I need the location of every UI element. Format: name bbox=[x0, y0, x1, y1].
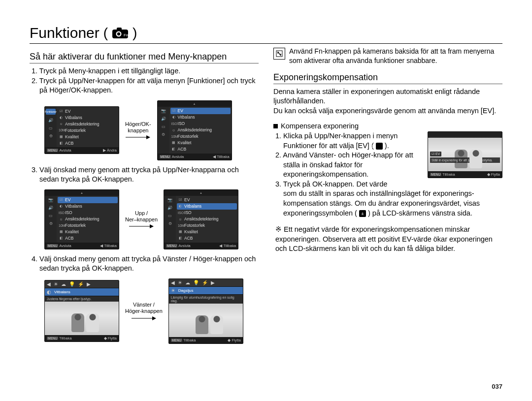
photo-screenshot-2: ◀☀☁💡⚡▶ ☀Dagsljus Lämplig för utomhusfoto… bbox=[168, 278, 243, 344]
right-note: ※ Ett negativt värde för exponeringskomp… bbox=[273, 225, 502, 254]
camera-fn-icon: Fn bbox=[112, 27, 129, 39]
right-subheading: Kompensera exponering bbox=[273, 122, 502, 131]
side-icon-display2: ▭ bbox=[160, 124, 167, 129]
menu-screenshot-1: Funktioner 🔊 ▭ ⚙ ☑EV ◐Vitbalans ☺Ansikts… bbox=[44, 106, 119, 154]
step-1: 1. Tryck på Meny-knappen i ett tillgängl… bbox=[30, 66, 259, 76]
paren-close: ) bbox=[133, 25, 137, 41]
menu-screenshot-2: 📷 🔊 ▭ ⚙ ☑EV ◐Vitbalans ISOISO ☺Ansiktsde… bbox=[157, 100, 232, 160]
ev-icon-2: ± bbox=[359, 210, 366, 217]
side-icon-sound2: 🔊 bbox=[160, 117, 167, 122]
callout-text: Använd Fn-knappen på kamerans baksida fö… bbox=[289, 47, 502, 65]
figure-row-1: Funktioner 🔊 ▭ ⚙ ☑EV ◐Vitbalans ☺Ansikts… bbox=[44, 100, 259, 160]
side-icon-sound: 🔊 bbox=[47, 118, 54, 123]
svg-marker-8 bbox=[150, 224, 154, 228]
arrow-3: Vänster / Höger-knappen bbox=[125, 302, 163, 320]
left-column: Så här aktiverar du funktioner med Meny-… bbox=[30, 47, 259, 349]
arrow-1: Höger/OK- knappen bbox=[125, 121, 151, 140]
right-step-1: 1. Klicka på Upp/Ner-knappen i menyn Fun… bbox=[273, 131, 419, 151]
step-4: 4. Välj önskad meny genom att trycka på … bbox=[30, 254, 259, 274]
svg-marker-10 bbox=[152, 316, 156, 320]
page-title: Funktioner bbox=[30, 25, 100, 41]
svg-point-3 bbox=[117, 32, 120, 35]
right-step-2: 2. Använd Vänster- och Höger-knapp för a… bbox=[273, 151, 419, 180]
menu-screenshot-4: 📷🔊▭⚙ ☑EV ◐Vitbalans ISOISO ☺Ansiktsdetek… bbox=[164, 189, 238, 249]
arrow-1-label: Höger/OK- knappen bbox=[125, 121, 151, 134]
page-number: 037 bbox=[492, 383, 502, 390]
right-para-2: Du kan också välja exponeringsvärde geno… bbox=[273, 106, 502, 116]
note-icon bbox=[273, 48, 285, 60]
side-icon-settings: ⚙ bbox=[47, 133, 54, 138]
menu-screenshot-3: 📷🔊▭⚙ ☑EV ◐Vitbalans ISOISO ☺Ansiktsdetek… bbox=[44, 189, 119, 249]
svg-text:Fn: Fn bbox=[124, 33, 128, 37]
right-para-1: Denna kamera ställer in exponeringen aut… bbox=[273, 87, 502, 106]
ev-photo-screenshot: -2-10+1+2 ☑ EV Ställ in exponering för a… bbox=[428, 131, 502, 178]
side-icon-display: ▭ bbox=[47, 125, 54, 130]
left-heading: Så här aktiverar du funktioner med Meny-… bbox=[30, 52, 259, 63]
side-icon-fn: Funktioner bbox=[46, 109, 56, 115]
side-icon-fn2: 📷 bbox=[160, 109, 167, 114]
right-column: Använd Fn-knappen på kamerans baksida fö… bbox=[273, 47, 502, 349]
step-3: 3. Välj önskad meny genom att trycka på … bbox=[30, 165, 259, 185]
side-icon-settings2: ⚙ bbox=[160, 132, 167, 137]
paren-open: ( bbox=[103, 25, 108, 41]
svg-marker-6 bbox=[146, 135, 150, 139]
step-2: 2. Tryck på Upp/Ner-knappen för att välj… bbox=[30, 76, 259, 95]
ev-icon: ± bbox=[376, 143, 383, 150]
right-step-3b: som du ställt in sparas och inställnings… bbox=[273, 189, 502, 218]
figure-row-2: 📷🔊▭⚙ ☑EV ◐Vitbalans ISOISO ☺Ansiktsdetek… bbox=[44, 189, 259, 249]
svg-rect-1 bbox=[117, 28, 122, 31]
page-title-row: Funktioner ( Fn ) bbox=[30, 25, 502, 44]
photo-screenshot-1: ◀☀☁💡⚡▶ ◐Vitbalans Justera färgerna efter… bbox=[44, 280, 119, 342]
figure-row-3: ◀☀☁💡⚡▶ ◐Vitbalans Justera färgerna efter… bbox=[44, 278, 259, 344]
callout-box: Använd Fn-knappen på kamerans baksida fö… bbox=[273, 47, 502, 65]
right-step-3a: 3. Tryck på OK-knappen. Det värde bbox=[273, 180, 419, 189]
arrow-2: Upp / Ner–knappen bbox=[125, 210, 158, 229]
right-heading: Exponeringskompensation bbox=[273, 72, 502, 84]
